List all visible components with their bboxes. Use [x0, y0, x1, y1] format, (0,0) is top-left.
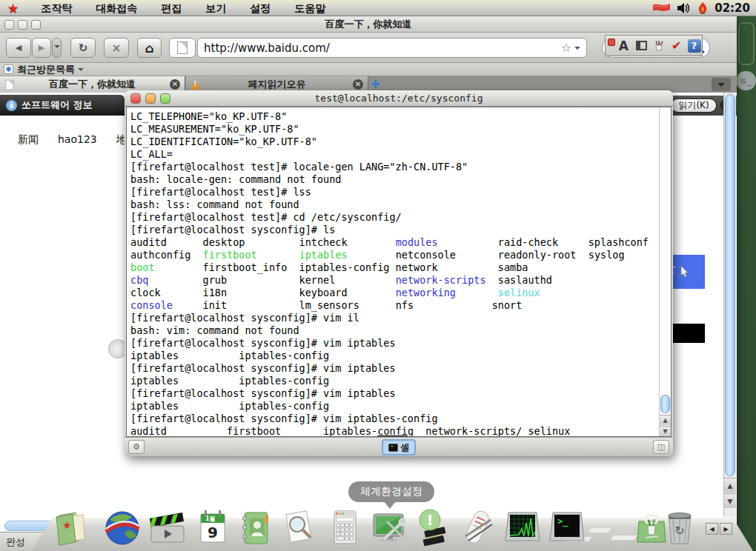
- dock-item-terminal[interactable]: >_: [547, 507, 587, 548]
- tab-label: 페지읽기오유: [201, 78, 353, 91]
- shell-icon: [388, 444, 398, 452]
- mouse-cursor-icon: [680, 266, 689, 278]
- tab-list-button[interactable]: [712, 78, 731, 91]
- terminal-window: test@localhost:/etc/sysconfig LC_TELEPHO…: [125, 90, 673, 456]
- help-book-icon[interactable]: ?: [686, 38, 702, 53]
- reload-button[interactable]: ↻: [70, 38, 96, 58]
- back-button[interactable]: ◀: [6, 38, 31, 58]
- dock: ★ 1월9 ! >_ ↻ ◀ ▶: [0, 507, 756, 551]
- window-maximize-button[interactable]: [31, 20, 41, 30]
- palette-close-icon[interactable]: [608, 39, 615, 46]
- flag-icon[interactable]: [652, 2, 671, 14]
- brush-cup-icon[interactable]: [651, 38, 667, 53]
- url-text[interactable]: http://www.baidu.com/: [198, 41, 561, 55]
- info-icon: i: [6, 100, 17, 111]
- terminal-scroll-up-icon[interactable]: ▲: [660, 415, 671, 425]
- scroll-up-icon[interactable]: ▲: [724, 478, 736, 492]
- menu-item-desktop[interactable]: 조작탁: [29, 0, 84, 16]
- dock-item-calculator[interactable]: [325, 507, 365, 548]
- terminal-bottom-bar: ⚙ 셸 ◫: [125, 437, 673, 456]
- dock-item-media-player[interactable]: [147, 507, 187, 548]
- text-size-icon[interactable]: A: [616, 38, 631, 53]
- clock: 02:20: [714, 1, 750, 15]
- dock-pager: ◀ ▶: [706, 523, 732, 535]
- dock-item-document-viewer[interactable]: [458, 507, 498, 548]
- terminal-scrollbar[interactable]: ▲ ▼: [659, 107, 671, 436]
- svg-text:1월: 1월: [205, 515, 216, 522]
- home-button[interactable]: ⌂: [137, 38, 162, 58]
- recent-visits-dropdown-icon[interactable]: [78, 68, 84, 74]
- bookmarks-folder-icon: ✱: [4, 64, 13, 74]
- svg-text:!: !: [426, 511, 433, 529]
- dock-item-file-search[interactable]: [279, 507, 319, 548]
- tab-close-icon[interactable]: ✕: [170, 79, 180, 90]
- forward-button[interactable]: ▶: [32, 38, 51, 58]
- software-info-window-titlebar[interactable]: i 쏘프트웨어 정보: [0, 95, 125, 116]
- dock-item-calendar[interactable]: 1월9: [193, 507, 233, 548]
- spell-check-icon[interactable]: ✔: [669, 38, 684, 53]
- scroll-down-icon[interactable]: ▼: [724, 493, 736, 508]
- reload-page-button[interactable]: 읽기(K): [671, 98, 717, 113]
- bookmark-star-icon[interactable]: ☆: [561, 41, 571, 55]
- columns-icon[interactable]: [634, 38, 649, 53]
- page-icon: [177, 41, 188, 54]
- dock-item-trash[interactable]: ↻: [660, 507, 700, 548]
- browser-toolbar: ◀ ▶ ↻ × ⌂ http://www.baidu.com/ ☆ ★ 내나라 …: [0, 33, 737, 63]
- vertical-scrollbar[interactable]: ▲ ▼: [723, 93, 736, 532]
- dock-item-software-updater[interactable]: !: [414, 507, 454, 548]
- warning-icon: !: [190, 79, 201, 90]
- svg-text:↻: ↻: [674, 524, 684, 538]
- terminal-close-button[interactable]: [130, 93, 141, 104]
- new-tab-icon[interactable]: ✚: [371, 78, 380, 91]
- flame-icon[interactable]: [697, 1, 709, 15]
- tab-close-icon[interactable]: ✕: [353, 79, 363, 90]
- history-dropdown-button[interactable]: [52, 38, 62, 58]
- terminal-scrollbar-thumb[interactable]: [660, 395, 670, 413]
- dock-prev-icon[interactable]: ◀: [706, 523, 718, 535]
- dock-item-address-book[interactable]: [236, 507, 276, 548]
- menu-item-session[interactable]: 대화접속: [84, 0, 149, 16]
- recent-visits-menu[interactable]: 최근방문목록: [17, 63, 75, 76]
- browser-window-title: 百度一下，你就知道: [325, 19, 412, 30]
- menu-item-settings[interactable]: 설정: [238, 0, 282, 16]
- terminal-maximize-button[interactable]: [160, 93, 170, 104]
- svg-text:★: ★: [62, 519, 72, 531]
- speaker-icon[interactable]: [677, 2, 692, 14]
- url-bar[interactable]: http://www.baidu.com/ ☆: [197, 38, 587, 58]
- terminal-scroll-down-icon[interactable]: ▼: [660, 426, 671, 436]
- scrollbar-thumb[interactable]: [725, 94, 735, 476]
- menu-item-view[interactable]: 보기: [193, 0, 238, 16]
- dock-item-file-manager[interactable]: ★: [52, 507, 92, 548]
- new-session-icon[interactable]: ⚙: [128, 440, 145, 454]
- svg-text:>_: >_: [557, 516, 568, 527]
- tooltip-arrow: [384, 501, 396, 515]
- dock-item-web-browser[interactable]: [102, 507, 142, 548]
- menu-item-help[interactable]: 도움말: [282, 0, 337, 16]
- terminal-output: LC_TELEPHONE="ko_KP.UTF-8"LC_MEASUREMENT…: [130, 110, 649, 437]
- stop-button[interactable]: ×: [104, 38, 129, 58]
- shell-tab-label: 셸: [400, 441, 409, 454]
- session-menu-icon[interactable]: ◫: [653, 440, 669, 454]
- dock-tooltip: 체계환경설정: [348, 481, 434, 502]
- page-link-hao123[interactable]: hao123: [58, 133, 97, 147]
- bookmark-dropdown-icon[interactable]: [574, 47, 580, 53]
- red-star-logo-icon[interactable]: ★: [7, 1, 19, 16]
- bookmarks-bar: ✱ 최근방문목록: [0, 63, 737, 76]
- dock-item-system-monitor[interactable]: [503, 507, 543, 548]
- browser-title-bar[interactable]: 百度一下，你就知道: [0, 16, 737, 33]
- terminal-title-bar[interactable]: test@localhost:/etc/sysconfig: [125, 90, 673, 107]
- window-minimize-button[interactable]: [18, 20, 27, 30]
- window-close-button[interactable]: [4, 20, 14, 30]
- shell-tab[interactable]: 셸: [382, 439, 416, 455]
- page-link-news[interactable]: 新闻: [18, 133, 39, 147]
- format-palette: A ✔ ?: [605, 35, 703, 56]
- menu-item-edit[interactable]: 편집: [149, 0, 193, 16]
- favicon-box: [169, 38, 196, 58]
- menu-bar: ★ 조작탁 대화접속 편집 보기 설정 도움말 02:20: [0, 0, 756, 16]
- terminal-minimize-button[interactable]: [145, 93, 156, 104]
- tab-page-icon: [5, 79, 13, 90]
- dock-next-icon[interactable]: ▶: [720, 523, 732, 535]
- desktop-widget-outline: [738, 22, 755, 65]
- terminal-screen[interactable]: LC_TELEPHONE="ko_KP.UTF-8"LC_MEASUREMENT…: [126, 107, 672, 437]
- desktop-pill: s_: [736, 71, 756, 90]
